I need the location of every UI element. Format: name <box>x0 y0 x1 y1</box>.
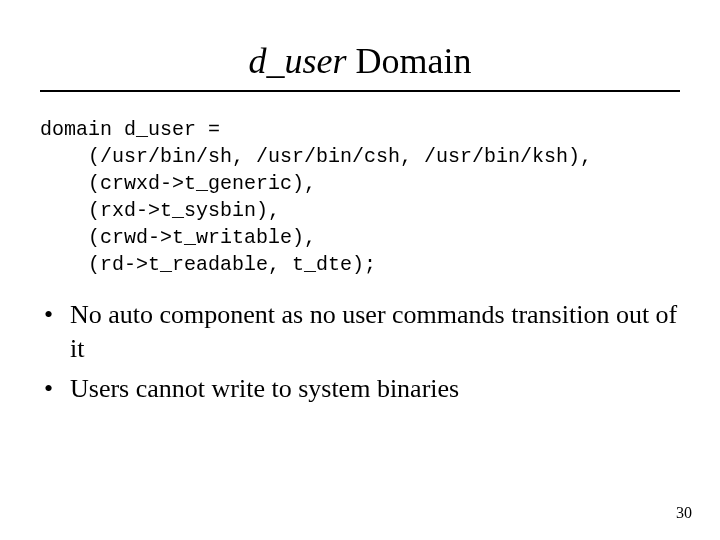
code-line-4: (rxd->t_sysbin), <box>40 199 280 222</box>
title-underline <box>40 90 680 92</box>
code-line-1: domain d_user = <box>40 118 220 141</box>
code-line-6: (rd->t_readable, t_dte); <box>40 253 376 276</box>
bullet-list: No auto component as no user commands tr… <box>44 298 680 405</box>
domain-code-block: domain d_user = (/usr/bin/sh, /usr/bin/c… <box>40 116 680 278</box>
code-line-3: (crwxd->t_generic), <box>40 172 316 195</box>
code-line-5: (crwd->t_writable), <box>40 226 316 249</box>
list-item: No auto component as no user commands tr… <box>44 298 680 366</box>
title-italic: d_user <box>249 41 347 81</box>
code-line-2: (/usr/bin/sh, /usr/bin/csh, /usr/bin/ksh… <box>40 145 592 168</box>
list-item: Users cannot write to system binaries <box>44 372 680 406</box>
page-number: 30 <box>676 504 692 522</box>
slide-title: d_user Domain <box>40 40 680 82</box>
title-rest: Domain <box>347 41 472 81</box>
